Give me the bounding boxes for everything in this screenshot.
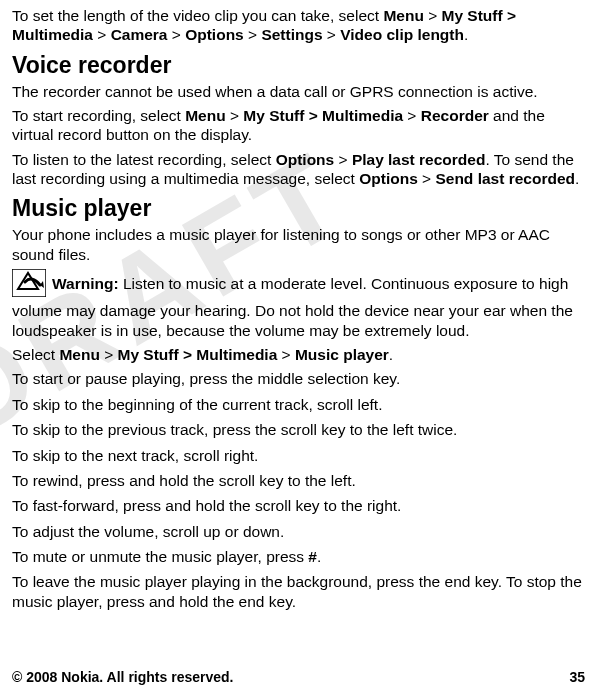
intro-video-clip-length: To set the length of the video clip you … [12,6,585,45]
heading-voice-recorder: Voice recorder [12,51,585,80]
dot: . [389,346,393,363]
dot: . [317,548,321,565]
warning-paragraph: Warning: Listen to music at a moderate l… [12,269,585,340]
music-p6: To skip to the next track, scroll right. [12,446,585,465]
play-last-label: Play last recorded [352,151,486,168]
dot: . [575,170,579,187]
voice-p2: To start recording, select Menu > My Stu… [12,106,585,145]
video-clip-length-label: Video clip length [340,26,464,43]
text: To start recording, select [12,107,185,124]
gt: > [244,26,262,43]
gt: > [100,346,118,363]
warning-icon [12,269,46,301]
page-content: To set the length of the video clip you … [12,6,585,611]
music-p4: To skip to the beginning of the current … [12,395,585,414]
recorder-label: Recorder [421,107,489,124]
settings-label: Settings [261,26,322,43]
options-label: Options [276,151,335,168]
warning-label: Warning: [52,275,123,292]
text: To listen to the latest recording, selec… [12,151,276,168]
options-label2: Options [359,170,418,187]
menu-label: Menu [185,107,225,124]
music-p8: To fast-forward, press and hold the scro… [12,496,585,515]
music-p3: To start or pause playing, press the mid… [12,369,585,388]
gt: > [424,7,442,24]
gt: > [334,151,352,168]
mystuff-label: My Stuff > Multimedia [243,107,403,124]
gt: > [93,26,111,43]
text: Select [12,346,59,363]
music-p11: To leave the music player playing in the… [12,572,585,611]
text: To set the length of the video clip you … [12,7,383,24]
gt: > [403,107,421,124]
options-label: Options [185,26,244,43]
gt: > [168,26,186,43]
voice-p3: To listen to the latest recording, selec… [12,150,585,189]
music-p7: To rewind, press and hold the scroll key… [12,471,585,490]
page-number: 35 [569,669,585,687]
text: To mute or unmute the music player, pres… [12,548,308,565]
gt: > [226,107,244,124]
music-select: Select Menu > My Stuff > Multimedia > Mu… [12,345,585,364]
music-player-label: Music player [295,346,389,363]
music-p5: To skip to the previous track, press the… [12,420,585,439]
mystuff-label: My Stuff > Multimedia [118,346,278,363]
music-p10: To mute or unmute the music player, pres… [12,547,585,566]
voice-p1: The recorder cannot be used when a data … [12,82,585,101]
hash-key: # [308,548,317,565]
music-p9: To adjust the volume, scroll up or down. [12,522,585,541]
heading-music-player: Music player [12,194,585,223]
music-intro: Your phone includes a music player for l… [12,225,585,264]
gt: > [277,346,295,363]
camera-label: Camera [111,26,168,43]
page-footer: © 2008 Nokia. All rights reserved. 35 [12,669,585,687]
dot: . [464,26,468,43]
gt: > [418,170,436,187]
copyright-text: © 2008 Nokia. All rights reserved. [12,669,233,687]
send-last-label: Send last recorded [435,170,575,187]
menu-label: Menu [59,346,99,363]
menu-label: Menu [383,7,423,24]
gt: > [323,26,341,43]
